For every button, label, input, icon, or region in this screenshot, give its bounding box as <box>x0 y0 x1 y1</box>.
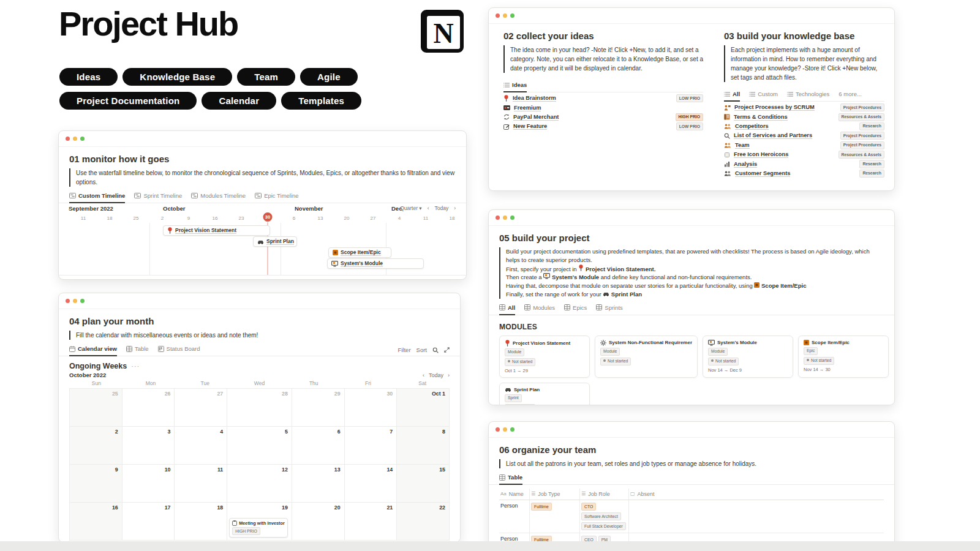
calendar-cell[interactable]: 27 <box>175 389 227 427</box>
tab-modules[interactable]: Modules <box>524 304 555 315</box>
page-link[interactable]: Terms & Conditions <box>734 114 788 121</box>
calendar-cell[interactable]: 30 <box>345 389 398 427</box>
tab-sprints[interactable]: Sprints <box>596 304 623 315</box>
name-cell[interactable]: Person <box>499 500 530 533</box>
calendar-cell[interactable]: 5 <box>227 427 292 465</box>
minimize-icon[interactable] <box>503 13 507 18</box>
tab-custom[interactable]: Custom <box>749 91 778 102</box>
module-card-system-s-module[interactable]: System's ModuleModuleNot startedNov 14 →… <box>703 335 793 378</box>
nav-pill-templates[interactable]: Templates <box>281 92 361 110</box>
list-item-list-of-services-and-partners[interactable]: List of Services and PartnersProject Pro… <box>724 131 884 140</box>
list-item-idea-brainstorm[interactable]: Idea BrainstormLOW PRIO <box>503 94 703 103</box>
close-icon[interactable] <box>496 427 500 432</box>
list-item-freemium[interactable]: Freemium <box>503 103 703 112</box>
tab-custom-timeline[interactable]: Custom Timeline <box>69 192 125 203</box>
list-item-competitors[interactable]: CompetitorsResearch <box>724 122 884 131</box>
page-link[interactable]: Competitors <box>735 123 769 130</box>
calendar-cell[interactable]: 4 <box>175 427 227 465</box>
table-row[interactable]: PersonFulltimeCTOSoftware ArchitectFull … <box>499 500 884 533</box>
nav-pill-project-documentation[interactable]: Project Documentation <box>59 92 197 110</box>
today-button[interactable]: Today <box>429 372 443 378</box>
calendar-cell[interactable]: 29 <box>292 389 345 427</box>
calendar-cell[interactable]: 19Meeting with InvestorHIGH PRIO <box>227 503 292 541</box>
calendar-cell[interactable]: 25 <box>70 389 123 427</box>
filter-button[interactable]: Filter <box>398 347 410 353</box>
calendar-cell[interactable]: 3 <box>123 427 175 465</box>
tab-table[interactable]: Table <box>499 474 522 485</box>
timeline-bar-sprint-plan[interactable]: Sprint Plan <box>253 236 297 247</box>
calendar-cell[interactable]: 18 <box>175 503 227 541</box>
calendar-cell[interactable]: 22 <box>397 503 450 541</box>
maximize-icon[interactable] <box>510 427 514 432</box>
close-icon[interactable] <box>66 137 70 141</box>
timeline-bar-scope-item-epic[interactable]: Scope Item/Epic <box>328 247 391 258</box>
tab-modules-timeline[interactable]: Modules Timeline <box>191 192 246 203</box>
absent-cell[interactable] <box>629 500 884 533</box>
calendar-cell[interactable]: 20 <box>292 503 345 541</box>
column-header-job-type[interactable]: ☰Job Type <box>530 489 580 500</box>
list-item-analysis[interactable]: AnalysisResearch <box>724 159 884 168</box>
close-icon[interactable] <box>496 216 500 220</box>
close-icon[interactable] <box>66 299 70 303</box>
calendar-cell[interactable]: Oct 1 <box>397 389 450 427</box>
calendar-event[interactable]: Meeting with InvestorHIGH PRIO <box>229 518 288 538</box>
page-link[interactable]: Idea Brainstorm <box>513 95 556 102</box>
calendar-cell[interactable]: 17 <box>123 503 175 541</box>
calendar-cell[interactable]: 2 <box>70 427 123 465</box>
calendar-cell[interactable]: 15 <box>397 465 450 503</box>
nav-pill-agile[interactable]: Agile <box>300 68 358 86</box>
calendar-cell[interactable]: 8 <box>397 427 450 465</box>
page-link[interactable]: Free Icon Heroicons <box>734 151 788 158</box>
page-link[interactable]: New Feature <box>513 123 547 130</box>
quarter-dropdown[interactable]: Quarter ▾ <box>400 205 421 211</box>
expand-icon[interactable] <box>444 347 450 353</box>
list-item-project-processes-by-scrum[interactable]: Project Processes by SCRUMProject Proced… <box>724 103 884 112</box>
today-button[interactable]: Today <box>434 205 448 211</box>
minimize-icon[interactable] <box>503 427 507 432</box>
tab-all[interactable]: All <box>499 304 515 315</box>
page-link[interactable]: PayPal Merchant <box>513 114 559 121</box>
tab-all[interactable]: All <box>724 91 740 102</box>
prev-month-button[interactable]: ‹ <box>423 372 424 378</box>
nav-pill-team[interactable]: Team <box>237 68 295 86</box>
calendar-cell[interactable]: 26 <box>123 389 175 427</box>
calendar-cell[interactable]: 7 <box>345 427 398 465</box>
page-link[interactable]: Customer Segments <box>735 170 790 177</box>
page-link[interactable]: Team <box>735 142 750 149</box>
nav-pill-knowledge-base[interactable]: Knowledge Base <box>123 68 232 86</box>
job-type-cell[interactable]: Fulltime <box>530 500 580 533</box>
calendar-cell[interactable]: 14 <box>345 465 398 503</box>
job-role-cell[interactable]: CTOSoftware ArchitectFull Stack Develope… <box>580 500 629 533</box>
calendar-cell[interactable]: 16 <box>70 503 123 541</box>
calendar-cell[interactable]: 10 <box>123 465 175 503</box>
next-month-button[interactable]: › <box>448 372 450 378</box>
calendar-cell[interactable]: 6 <box>292 427 345 465</box>
list-item-customer-segments[interactable]: Customer SegmentsResearch <box>724 169 884 178</box>
column-header-name[interactable]: AaName <box>499 489 530 500</box>
tab-sprint-timeline[interactable]: Sprint Timeline <box>134 192 182 203</box>
search-icon[interactable] <box>432 347 439 353</box>
module-card-system-non-functional-requirements[interactable]: System Non-Functional RequirementsModule… <box>595 335 698 378</box>
page-link[interactable]: Freemium <box>514 105 541 111</box>
module-card-sprint-plan[interactable]: Sprint PlanSprintNot startedOct 23 → Nov… <box>499 383 590 405</box>
today-marker[interactable]: 30 <box>263 212 273 222</box>
minimize-icon[interactable] <box>73 299 77 303</box>
module-card-scope-item-epic[interactable]: Scope Item/EpicEpicNot startedNov 14 → 3… <box>798 335 889 378</box>
list-item-team[interactable]: TeamProject Procedures <box>724 141 884 150</box>
nav-pill-ideas[interactable]: Ideas <box>59 68 118 86</box>
calendar-cell[interactable]: 12 <box>227 465 292 503</box>
close-icon[interactable] <box>496 13 500 18</box>
minimize-icon[interactable] <box>503 216 507 220</box>
list-item-terms-conditions[interactable]: Terms & ConditionsResources & Assets <box>724 112 884 121</box>
maximize-icon[interactable] <box>510 13 514 18</box>
timeline-bar-project-vision-statement[interactable]: Project Vision Statement <box>163 225 270 236</box>
page-link[interactable]: List of Services and Partners <box>734 132 812 139</box>
tab-epic-timeline[interactable]: Epic Timeline <box>255 192 299 203</box>
sort-button[interactable]: Sort <box>417 347 427 353</box>
list-item-new-feature[interactable]: New FeatureLOW PRIO <box>503 122 703 131</box>
more-icon[interactable]: ··· <box>131 362 140 370</box>
column-header-absent[interactable]: ▢Absent <box>629 489 884 500</box>
page-link[interactable]: Analysis <box>734 161 757 168</box>
calendar-cell[interactable]: 11 <box>175 465 227 503</box>
calendar-cell[interactable]: 9 <box>70 465 123 503</box>
